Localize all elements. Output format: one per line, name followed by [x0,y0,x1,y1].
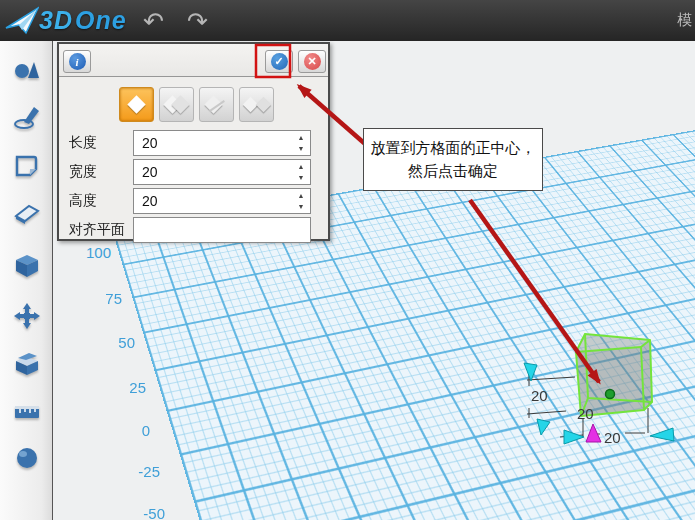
sidebar-item-features[interactable] [13,252,41,280]
app-logo: 3DOne [5,6,127,36]
sidebar-item-measure[interactable] [13,397,41,425]
mode-diamond-span-button[interactable] [239,87,274,122]
spinner-down-icon[interactable]: ▼ [294,143,308,154]
axis-label: 25 [114,379,146,396]
spinner-up-icon[interactable]: ▲ [294,161,308,172]
redo-icon: ↷ [187,7,208,35]
diamond-center-icon [127,95,145,113]
measure-icon [13,397,41,425]
axis-label: 75 [90,290,122,307]
info-button[interactable]: i [63,50,91,73]
sidebar-item-basic-solids[interactable] [13,54,41,82]
length-input[interactable] [134,131,310,155]
eraser-icon [13,198,41,226]
dialog-header[interactable]: i ✓ ✕ [59,44,328,77]
combine-icon [13,349,41,377]
height-label: 高度 [67,192,133,210]
length-label: 长度 [67,134,133,152]
paper-plane-logo-icon [5,6,39,36]
confirm-check-icon: ✓ [271,53,288,70]
sidebar-item-sketch[interactable] [13,103,41,131]
logo-text: 3DOne [39,6,127,35]
cancel-x-icon: ✕ [304,53,321,70]
height-input[interactable] [134,189,310,213]
spinner-up-icon[interactable]: ▲ [294,190,308,201]
spinner-down-icon[interactable]: ▼ [294,201,308,212]
move-icon [13,302,41,330]
length-row: 长度 ▲ ▼ [67,128,328,157]
dialog-body: 长度 ▲ ▼ 宽度 ▲ ▼ [59,77,328,244]
box-parameters-dialog: i ✓ ✕ 长度 ▲ ▼ [57,42,330,241]
basic-solids-icon [13,54,41,82]
width-spinner[interactable]: ▲ ▼ [294,161,308,183]
sketch-pen-icon [13,103,41,131]
height-row: 高度 ▲ ▼ [67,186,328,215]
app-window: 3DOne ↶ ↷ 模 [0,0,695,520]
width-row: 宽度 ▲ ▼ [67,157,328,186]
confirm-button[interactable]: ✓ [265,50,293,73]
sidebar-item-combine[interactable] [13,349,41,377]
sidebar-item-sketch-plane[interactable] [13,152,41,180]
sidebar-item-eraser[interactable] [13,198,41,226]
axis-label: 100 [79,244,111,261]
sidebar-item-move[interactable] [13,302,41,330]
material-sphere-icon [13,444,41,472]
cancel-button[interactable]: ✕ [298,50,326,73]
callout-text: 放置到方格面的正中心，然后点击确定 [371,139,536,179]
align-plane-label: 对齐平面 [67,221,133,239]
info-icon: i [69,53,86,70]
toolbar: 3DOne ↶ ↷ 模 [0,0,695,41]
box-mode-row [119,87,328,122]
undo-icon: ↶ [143,7,164,35]
sketch-plane-icon [13,152,41,180]
tutorial-callout: 放置到方格面的正中心，然后点击确定 [363,128,543,191]
width-input[interactable] [134,160,310,184]
axis-label: -50 [133,505,165,520]
align-plane-input[interactable] [134,218,310,242]
axis-label: 0 [118,422,150,439]
spinner-down-icon[interactable]: ▼ [294,172,308,183]
length-spinner[interactable]: ▲ ▼ [294,132,308,154]
feature-cube-icon [13,252,41,280]
height-spinner[interactable]: ▲ ▼ [294,190,308,212]
spinner-up-icon[interactable]: ▲ [294,132,308,143]
axis-label: -25 [128,463,160,480]
undo-button[interactable]: ↶ [137,6,171,36]
menu-partial-label: 模 [677,11,695,30]
width-label: 宽度 [67,163,133,181]
redo-button[interactable]: ↷ [181,6,215,36]
axis-label: 50 [103,334,135,351]
mode-diamond-center-button[interactable] [119,87,154,122]
mode-diamond-diagonal-button[interactable] [199,87,234,122]
sidebar-item-material[interactable] [13,444,41,472]
align-plane-row: 对齐平面 [67,215,328,244]
tool-sidebar [0,41,53,520]
mode-diamond-pair-button[interactable] [159,87,194,122]
